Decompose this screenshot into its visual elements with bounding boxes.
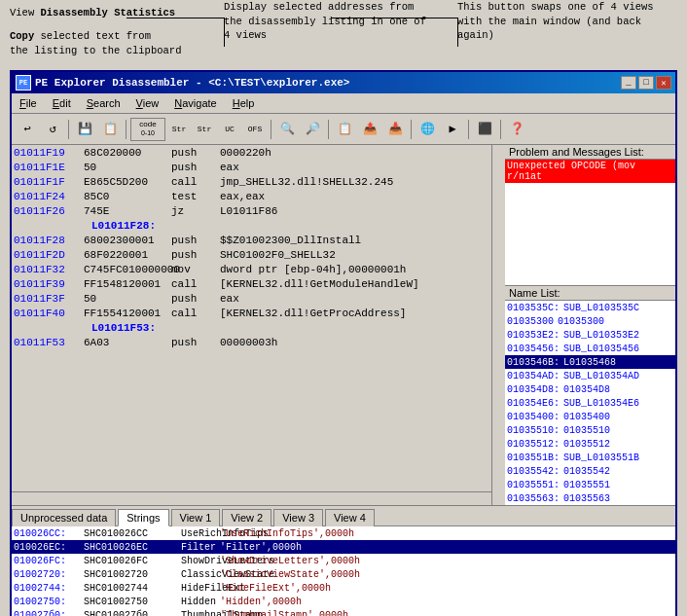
- problems-content: Unexpected OPCODE (mov r/n1at: [505, 160, 675, 286]
- tb-separator-6: [468, 120, 469, 139]
- str-row: 010027б0: SHC010027б0 ThumbnailStamp 'Th…: [12, 608, 675, 616]
- tab-view3[interactable]: View 3: [273, 509, 323, 526]
- str-row: 01002744: SHC01002744 HideFileExt 'HideF…: [12, 581, 675, 595]
- name-item[interactable]: 01035300 01035300: [505, 314, 675, 328]
- disasm-row: 01011F24 85C0 test eax,eax: [12, 189, 491, 203]
- name-item[interactable]: 010354E6: SUB_L010354E6: [505, 396, 675, 410]
- str-row: 010026FC: SHC010026FC ShowDriveLetters '…: [12, 554, 675, 567]
- menu-search[interactable]: Search: [79, 95, 128, 111]
- tb-swap-button[interactable]: ⬛: [473, 118, 496, 141]
- app-icon: PE: [16, 75, 31, 91]
- disasm-row: 01011F39 FF1548120001 call [KERNEL32.dll…: [12, 276, 491, 291]
- window-title: PE Explorer Disassembler - <C:\TEST\expl…: [35, 77, 621, 89]
- disasm-row: 01011F26 745E jz L01011F86: [12, 203, 491, 218]
- name-item[interactable]: 01035512: 01035512: [505, 437, 675, 451]
- name-item[interactable]: 01035563: 01035563: [505, 491, 675, 505]
- maximize-button[interactable]: □: [638, 76, 654, 90]
- name-item[interactable]: 01035400: 01035400: [505, 410, 675, 423]
- disasm-row: 01011F32 C745FC010000000 mov dword ptr […: [12, 262, 491, 276]
- names-list[interactable]: 0103535C: SUB_L0103535C 01035300 0103530…: [505, 301, 675, 505]
- tb-separator-1: [68, 120, 69, 139]
- tb-separator-4: [328, 120, 329, 139]
- ann-copy-desc: Copy selected text fromthe listing to th…: [10, 29, 181, 57]
- close-button[interactable]: ✕: [656, 76, 671, 90]
- tb-separator-2: [126, 120, 127, 139]
- disasm-row: 01011F53 6A03 push 00000003h: [12, 335, 491, 349]
- main-window: PE PE Explorer Disassembler - <C:\TEST\e…: [10, 70, 677, 616]
- tb-str2-button[interactable]: Str: [193, 118, 216, 141]
- tb-web-button[interactable]: 🌐: [416, 118, 439, 141]
- problem-item: Unexpected OPCODE (mov r/n1at: [505, 160, 675, 183]
- tabs-bar: Unprocessed data Strings View 1 View 2 V…: [12, 505, 675, 526]
- tb-uc-button[interactable]: UC: [218, 118, 241, 141]
- str-row: 01002750: SHC01002750 Hidden 'Hidden',00…: [12, 595, 675, 608]
- menu-navigate[interactable]: Navigate: [166, 95, 224, 111]
- menu-view[interactable]: View: [128, 95, 167, 111]
- name-item-selected[interactable]: 0103546B: L01035468: [505, 355, 675, 369]
- menu-bar: File Edit Search View Navigate Help: [12, 93, 675, 114]
- tb-copy-button[interactable]: 📋: [98, 118, 122, 141]
- disasm-label-row: L01011F28:: [12, 218, 491, 233]
- str-row: 01002720: SHC01002720 ClassicViewState '…: [12, 567, 675, 581]
- problems-header: Problem and Messages List:: [505, 145, 675, 160]
- ann-display-desc: Display selected addresses from the disa…: [224, 0, 438, 43]
- tb-back-button[interactable]: ↩: [16, 118, 39, 141]
- title-buttons: _ □ ✕: [621, 76, 671, 90]
- name-item[interactable]: 010354D8: 010354D8: [505, 382, 675, 396]
- tab-view1[interactable]: View 1: [171, 509, 221, 526]
- strings-panel[interactable]: 010026CC: SHC010026CC UseRichInfoTips 'U…: [12, 526, 675, 616]
- tab-strings[interactable]: Strings: [118, 509, 168, 526]
- menu-file[interactable]: File: [12, 95, 45, 111]
- disasm-row: 01011F3F 50 push eax: [12, 291, 491, 306]
- disasm-label-row: L01011F53:: [12, 320, 491, 335]
- minimize-button[interactable]: _: [621, 76, 636, 90]
- name-item[interactable]: 0103551B: SUB_L0103551B: [505, 451, 675, 464]
- tb-code-button[interactable]: code 0-10: [130, 118, 165, 141]
- tb-searchnext-button[interactable]: 🔎: [301, 118, 324, 141]
- disasm-row: 01011F28 68002300001 push $$Z01002300_Dl…: [12, 233, 491, 247]
- ann-swap-desc: This button swaps one of 4 views with th…: [457, 0, 671, 43]
- ann-copy-text: selected text fromthe listing to the cli…: [10, 30, 181, 56]
- content-area: 01011F19 68C020000 push 0000220h 01011F1…: [12, 145, 675, 505]
- tb-refresh-button[interactable]: ↺: [41, 118, 64, 141]
- disasm-hscrollbar[interactable]: [12, 491, 491, 505]
- tb-clip3-button[interactable]: 📥: [383, 118, 407, 141]
- tb-clip1-button[interactable]: 📋: [333, 118, 356, 141]
- tb-help-button[interactable]: ❓: [505, 118, 528, 141]
- name-item[interactable]: 01035456: SUB_L01035456: [505, 342, 675, 355]
- tab-unprocessed[interactable]: Unprocessed data: [12, 509, 116, 526]
- tb-save-button[interactable]: 💾: [73, 118, 96, 141]
- disasm-with-scroll: 01011F19 68C020000 push 0000220h 01011F1…: [12, 145, 491, 505]
- disasm-vscrollbar[interactable]: [491, 145, 505, 505]
- disasm-scroll[interactable]: 01011F19 68C020000 push 0000220h 01011F1…: [12, 145, 491, 491]
- tb-search-button[interactable]: 🔍: [275, 118, 299, 141]
- tb-ofs-button[interactable]: OFS: [243, 118, 267, 141]
- name-item[interactable]: 010353E2: SUB_L010353E2: [505, 328, 675, 342]
- str-row: 010026CC: SHC010026CC UseRichInfoTips 'U…: [12, 526, 675, 540]
- disasm-row: 01011F1F E865C5D200 call jmp_SHELL32.dll…: [12, 174, 491, 189]
- menu-edit[interactable]: Edit: [45, 95, 79, 111]
- name-item[interactable]: 010354AD: SUB_L010354AD: [505, 369, 675, 382]
- ann-copy-bold: Copy: [10, 30, 34, 42]
- name-item[interactable]: 01035542: 01035542: [505, 464, 675, 478]
- tb-clip2-button[interactable]: 📤: [358, 118, 381, 141]
- toolbar: ↩ ↺ 💾 📋 code 0-10 Str Str UC OFS 🔍 🔎 📋 📤…: [12, 114, 675, 145]
- top-annotations: View Disassembly Statistics Display sele…: [0, 0, 687, 70]
- menu-help[interactable]: Help: [225, 95, 263, 111]
- disasm-row: 01011F2D 68F0220001 push SHC01002F0_SHEL…: [12, 247, 491, 262]
- tb-str-button[interactable]: Str: [167, 118, 191, 141]
- disasm-row: 01011F40 FF1554120001 call [KERNEL32.dll…: [12, 306, 491, 320]
- outer-wrapper: View Disassembly Statistics Display sele…: [0, 0, 687, 616]
- tab-view4[interactable]: View 4: [325, 509, 375, 526]
- tb-run-button[interactable]: ▶: [441, 118, 464, 141]
- name-item[interactable]: 01035510: 01035510: [505, 423, 675, 437]
- names-header: Name List:: [505, 286, 675, 301]
- name-item[interactable]: 01035551: 01035551: [505, 478, 675, 491]
- tb-separator-3: [271, 120, 271, 139]
- title-bar: PE PE Explorer Disassembler - <C:\TEST\e…: [12, 72, 675, 93]
- tab-view2[interactable]: View 2: [222, 509, 271, 526]
- disasm-row: 01011F19 68C020000 push 0000220h: [12, 145, 491, 160]
- tb-separator-7: [500, 120, 501, 139]
- name-item[interactable]: 0103535C: SUB_L0103535C: [505, 301, 675, 314]
- right-panel: Problem and Messages List: Unexpected OP…: [505, 145, 675, 505]
